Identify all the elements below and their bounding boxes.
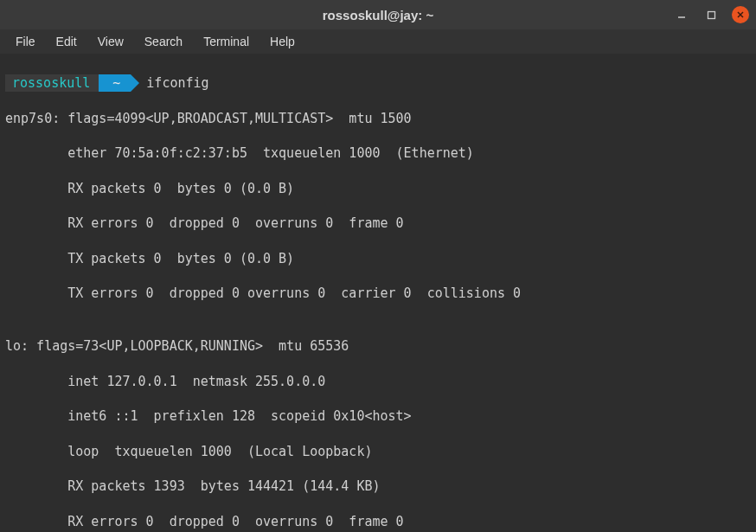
menubar: File Edit View Search Terminal Help xyxy=(0,29,756,54)
svg-rect-1 xyxy=(708,11,714,18)
output-line: RX errors 0 dropped 0 overruns 0 frame 0 xyxy=(5,513,751,530)
window-controls xyxy=(673,6,749,23)
output-line: loop txqueuelen 1000 (Local Loopback) xyxy=(5,443,751,460)
output-line: enp7s0: flags=4099<UP,BROADCAST,MULTICAS… xyxy=(5,110,751,127)
menu-terminal[interactable]: Terminal xyxy=(193,31,259,52)
output-line: TX errors 0 dropped 0 overruns 0 carrier… xyxy=(5,285,751,302)
window-title: rossoskull@jay: ~ xyxy=(323,8,433,22)
prompt-command: ifconfig xyxy=(146,74,208,92)
minimize-icon[interactable] xyxy=(673,6,690,23)
output-line: ether 70:5a:0f:c2:37:b5 txqueuelen 1000 … xyxy=(5,144,751,162)
output-line: inet6 ::1 prefixlen 128 scopeid 0x10<hos… xyxy=(5,407,751,425)
menu-edit[interactable]: Edit xyxy=(46,31,87,52)
output-line: RX packets 1393 bytes 144421 (144.4 KB) xyxy=(5,478,751,495)
output-line: RX packets 0 bytes 0 (0.0 B) xyxy=(5,180,751,197)
output-line: RX errors 0 dropped 0 overruns 0 frame 0 xyxy=(5,215,751,232)
maximize-icon[interactable] xyxy=(702,6,720,23)
close-icon[interactable] xyxy=(732,6,749,23)
prompt-path: ~ xyxy=(99,74,131,92)
output-line: TX packets 0 bytes 0 (0.0 B) xyxy=(5,250,751,267)
menu-view[interactable]: View xyxy=(87,31,134,52)
menu-file[interactable]: File xyxy=(5,31,46,52)
menu-help[interactable]: Help xyxy=(259,31,305,52)
titlebar[interactable]: rossoskull@jay: ~ xyxy=(0,0,756,29)
prompt-user: rossoskull xyxy=(5,74,99,92)
output-line: inet 127.0.0.1 netmask 255.0.0.0 xyxy=(5,373,751,390)
menu-search[interactable]: Search xyxy=(134,31,193,52)
output-line: lo: flags=73<UP,LOOPBACK,RUNNING> mtu 65… xyxy=(5,337,751,355)
prompt-line-1: rossoskull~ifconfig xyxy=(5,74,751,92)
terminal-area[interactable]: rossoskull~ifconfig enp7s0: flags=4099<U… xyxy=(0,54,756,532)
